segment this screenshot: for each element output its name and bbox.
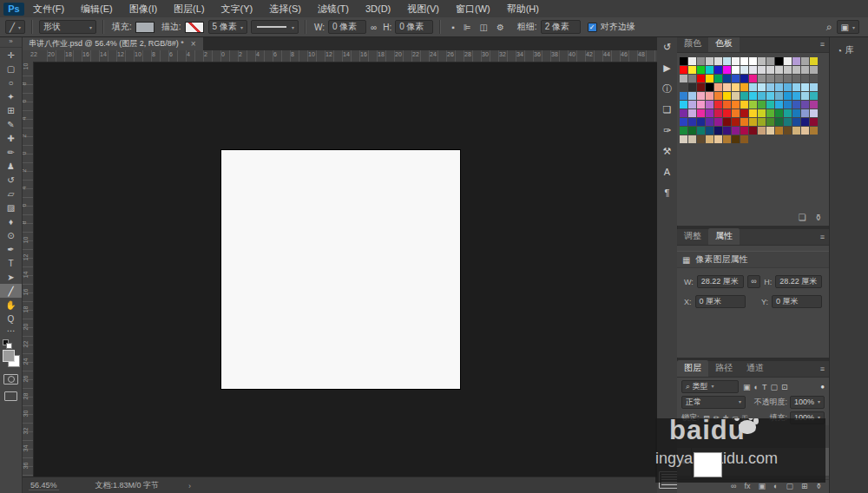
color-swatch[interactable] bbox=[801, 127, 809, 135]
link-dimensions-icon[interactable]: ∞ bbox=[371, 23, 377, 32]
color-swatch[interactable] bbox=[732, 118, 740, 126]
crop-tool[interactable]: ⊞ bbox=[0, 103, 22, 117]
status-options-arrow[interactable]: › bbox=[188, 482, 191, 490]
color-swatch[interactable] bbox=[706, 109, 713, 117]
color-swatch[interactable] bbox=[732, 135, 740, 143]
color-swatch[interactable] bbox=[810, 83, 818, 91]
prop-height-field[interactable]: 28.22 厘米 bbox=[775, 275, 822, 288]
tab-layers[interactable]: 图层 bbox=[677, 360, 708, 377]
color-swatch[interactable] bbox=[723, 92, 731, 100]
blend-mode-select[interactable]: 正常 ▾ bbox=[681, 396, 746, 409]
gear-icon[interactable]: ⚙ bbox=[496, 23, 504, 32]
color-swatch[interactable] bbox=[706, 118, 713, 126]
horizontal-ruler[interactable]: 2220181614121086420246810121416182022242… bbox=[33, 50, 657, 62]
color-swatch[interactable] bbox=[758, 66, 766, 74]
color-swatch[interactable] bbox=[784, 92, 792, 100]
path-align-icon[interactable]: ⊫ bbox=[464, 23, 471, 32]
color-swatch[interactable] bbox=[801, 75, 809, 82]
color-swatch[interactable] bbox=[775, 57, 783, 65]
color-swatch[interactable] bbox=[749, 118, 757, 126]
color-swatch[interactable] bbox=[758, 75, 766, 82]
tab-adjustments[interactable]: 调整 bbox=[677, 228, 708, 245]
color-swatch[interactable] bbox=[680, 92, 687, 100]
shape-width-field[interactable]: 0 像素 bbox=[328, 20, 366, 34]
color-swatch[interactable] bbox=[680, 57, 687, 65]
color-swatch[interactable] bbox=[697, 66, 705, 74]
canvas[interactable] bbox=[221, 150, 460, 389]
filter-toggle-icon[interactable]: ● bbox=[820, 383, 825, 391]
color-swatch[interactable] bbox=[775, 109, 783, 117]
history-panel-icon[interactable]: ↺ bbox=[657, 36, 677, 57]
color-swatch[interactable] bbox=[697, 57, 705, 65]
color-swatch[interactable] bbox=[688, 101, 696, 108]
vertical-ruler[interactable]: 1086420246810121416182022242628303234363… bbox=[22, 62, 34, 477]
color-swatch[interactable] bbox=[706, 83, 713, 91]
color-swatch[interactable] bbox=[714, 57, 722, 65]
history-brush-tool[interactable]: ↺ bbox=[0, 173, 22, 187]
eraser-tool[interactable]: ▱ bbox=[0, 187, 22, 200]
color-swatch[interactable] bbox=[723, 101, 731, 108]
color-swatch[interactable] bbox=[775, 92, 783, 100]
color-swatch[interactable] bbox=[732, 75, 740, 82]
menu-item[interactable]: 文件(F) bbox=[33, 3, 64, 16]
color-swatch[interactable] bbox=[697, 92, 705, 100]
color-swatch[interactable] bbox=[792, 83, 800, 91]
stroke-type-select[interactable]: ▾ bbox=[251, 20, 299, 34]
color-swatch[interactable] bbox=[749, 101, 757, 108]
brush-settings-panel-icon[interactable]: ❏ bbox=[657, 99, 677, 120]
collapse-toolbar-button[interactable]: » bbox=[0, 36, 22, 48]
link-layers-icon[interactable]: ∞ bbox=[731, 482, 736, 490]
stroke-color-swatch[interactable] bbox=[185, 22, 204, 33]
panel-menu-icon[interactable]: ≡ bbox=[820, 365, 825, 373]
color-swatch[interactable] bbox=[801, 66, 809, 74]
color-swatch[interactable] bbox=[740, 135, 748, 143]
color-swatch[interactable] bbox=[680, 118, 687, 126]
quick-selection-tool[interactable]: ✦ bbox=[0, 89, 22, 103]
color-swatch[interactable] bbox=[697, 127, 705, 135]
color-swatch[interactable] bbox=[732, 66, 740, 74]
menu-item[interactable]: 编辑(E) bbox=[81, 3, 113, 16]
color-swatch[interactable] bbox=[697, 83, 705, 91]
color-swatch[interactable] bbox=[706, 66, 713, 74]
color-swatch[interactable] bbox=[792, 57, 800, 65]
pen-tool[interactable]: ✒ bbox=[0, 242, 22, 256]
color-swatch[interactable] bbox=[714, 118, 722, 126]
hand-tool[interactable]: ✋ bbox=[0, 298, 22, 312]
color-swatch[interactable] bbox=[775, 127, 783, 135]
tab-libraries[interactable]: ◔ 库 bbox=[837, 44, 868, 56]
menu-item[interactable]: 滤镜(T) bbox=[318, 3, 349, 16]
color-swatch[interactable] bbox=[775, 66, 783, 74]
color-swatch[interactable] bbox=[740, 83, 748, 91]
menu-item[interactable]: 图层(L) bbox=[174, 3, 204, 16]
color-swatch[interactable] bbox=[706, 92, 713, 100]
tab-channels[interactable]: 通道 bbox=[740, 360, 771, 377]
color-swatch[interactable] bbox=[792, 109, 800, 117]
filter-type-layers-icon[interactable]: T bbox=[762, 383, 767, 391]
color-swatch[interactable] bbox=[723, 75, 731, 82]
eyedropper-tool[interactable]: ✎ bbox=[0, 117, 22, 131]
color-swatch[interactable] bbox=[714, 135, 722, 143]
zoom-level-field[interactable]: 56.45% bbox=[29, 481, 59, 490]
color-swatch[interactable] bbox=[697, 118, 705, 126]
color-swatch[interactable] bbox=[714, 83, 722, 91]
color-swatch[interactable] bbox=[766, 75, 774, 82]
color-swatch[interactable] bbox=[784, 101, 792, 108]
color-swatch[interactable] bbox=[688, 109, 696, 117]
color-swatch[interactable] bbox=[732, 127, 740, 135]
color-swatch[interactable] bbox=[697, 101, 705, 108]
color-swatch[interactable] bbox=[749, 127, 757, 135]
new-swatch-icon[interactable]: ❏ bbox=[799, 213, 806, 222]
workspace-switcher[interactable]: ▣ ▾ bbox=[837, 20, 859, 34]
color-swatch[interactable] bbox=[732, 109, 740, 117]
constrain-proportions-icon[interactable]: ∞ bbox=[747, 275, 760, 288]
color-swatch[interactable] bbox=[801, 57, 809, 65]
color-swatch[interactable] bbox=[775, 101, 783, 108]
dodge-tool[interactable]: ⊙ bbox=[0, 228, 22, 242]
color-swatch[interactable] bbox=[792, 101, 800, 108]
color-swatch[interactable] bbox=[801, 92, 809, 100]
prop-y-field[interactable]: 0 厘米 bbox=[772, 295, 822, 308]
color-swatch[interactable] bbox=[810, 101, 818, 108]
color-swatch[interactable] bbox=[714, 75, 722, 82]
color-swatch[interactable] bbox=[706, 127, 713, 135]
path-selection-tool[interactable]: ➤ bbox=[0, 270, 22, 284]
